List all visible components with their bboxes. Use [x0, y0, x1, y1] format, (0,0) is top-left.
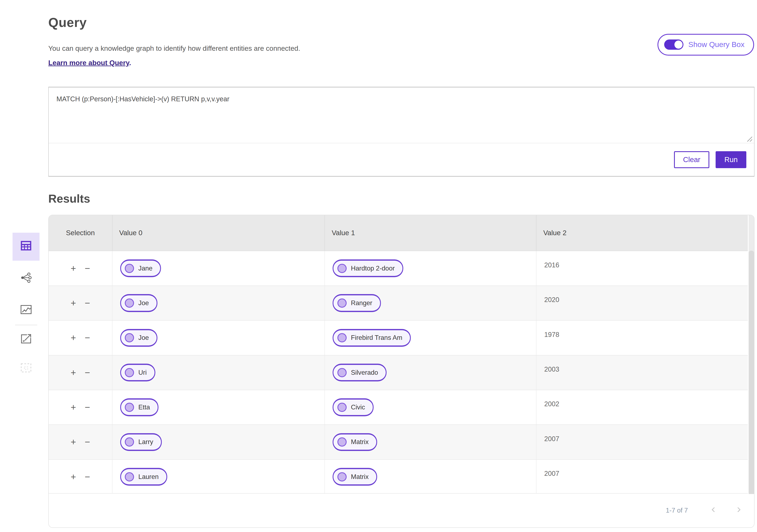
- vehicle-node-pill[interactable]: Civic: [333, 398, 374, 416]
- node-circle-icon: [337, 298, 347, 308]
- column-header-value1: Value 1: [324, 215, 536, 251]
- value0-cell: Uri: [112, 355, 325, 390]
- pagination-next-button[interactable]: [735, 506, 742, 515]
- value0-cell: Jane: [112, 251, 325, 285]
- year-cell: 2002: [536, 390, 754, 424]
- vehicle-node-label: Matrix: [351, 438, 369, 446]
- person-node-label: Joe: [138, 299, 149, 307]
- table-results-icon: [20, 240, 32, 253]
- remove-from-graph-button[interactable]: −: [84, 437, 91, 447]
- results-table-body: + − Jane Hardtop 2-door 2016 + − Joe: [49, 251, 754, 494]
- results-title: Results: [48, 191, 754, 206]
- add-to-graph-button[interactable]: +: [70, 437, 77, 447]
- vehicle-node-pill[interactable]: Silverado: [333, 364, 386, 381]
- node-circle-icon: [125, 368, 134, 377]
- selection-cell: + −: [49, 321, 112, 355]
- person-node-label: Uri: [138, 369, 147, 377]
- vehicle-node-pill[interactable]: Firebird Trans Am: [333, 329, 411, 347]
- rail-item-export-graph[interactable]: [13, 329, 40, 350]
- node-circle-icon: [337, 403, 347, 412]
- vehicle-node-label: Hardtop 2-door: [351, 265, 395, 272]
- run-button[interactable]: Run: [715, 151, 746, 168]
- add-to-graph-button[interactable]: +: [70, 264, 77, 273]
- vehicle-node-pill[interactable]: Matrix: [333, 468, 377, 486]
- remove-from-graph-button[interactable]: −: [84, 298, 91, 308]
- vehicle-node-pill[interactable]: Hardtop 2-door: [333, 260, 403, 277]
- graph-network-icon: [20, 272, 32, 285]
- value0-cell: Joe: [112, 321, 325, 355]
- table-row: + − Joe Ranger 2020: [49, 286, 754, 320]
- rail-item-graph-view[interactable]: [13, 268, 40, 289]
- show-query-box-toggle[interactable]: Show Query Box: [657, 34, 754, 56]
- person-node-pill[interactable]: Joe: [120, 294, 157, 312]
- table-row: + − Etta Civic 2002: [49, 390, 754, 424]
- add-to-graph-button[interactable]: +: [70, 368, 77, 377]
- person-node-pill[interactable]: Jane: [120, 260, 161, 277]
- learn-more-link[interactable]: Learn more about Query: [48, 59, 129, 67]
- selection-cell: + −: [49, 286, 112, 320]
- query-input[interactable]: MATCH (p:Person)-[:HasVehicle]->(v) RETU…: [49, 87, 754, 143]
- person-node-pill[interactable]: Joe: [120, 329, 157, 347]
- value0-cell: Etta: [112, 390, 325, 424]
- table-row: + − Joe Firebird Trans Am 1978: [49, 320, 754, 355]
- person-node-pill[interactable]: Etta: [120, 398, 159, 416]
- value1-cell: Ranger: [324, 286, 536, 320]
- node-circle-icon: [337, 472, 347, 482]
- results-table-header: Selection Value 0 Value 1 Value 2: [49, 215, 754, 251]
- person-node-label: Etta: [138, 404, 150, 411]
- remove-from-graph-button[interactable]: −: [84, 403, 91, 412]
- chevron-left-icon: [710, 506, 717, 515]
- remove-from-graph-button[interactable]: −: [84, 368, 91, 377]
- person-node-pill[interactable]: Lauren: [120, 468, 167, 486]
- pagination-prev-button[interactable]: [710, 506, 717, 515]
- node-circle-icon: [337, 437, 347, 447]
- selection-cell: + −: [49, 425, 112, 459]
- table-row: + − Larry Matrix 2007: [49, 424, 754, 459]
- results-table-footer: 1-7 of 7: [49, 493, 754, 527]
- add-to-graph-button[interactable]: +: [70, 333, 77, 342]
- remove-from-graph-button[interactable]: −: [84, 264, 91, 273]
- toggle-switch-icon[interactable]: [664, 40, 683, 50]
- vehicle-node-pill[interactable]: Ranger: [333, 294, 381, 312]
- table-row: + − Jane Hardtop 2-door 2016: [49, 251, 754, 285]
- table-scrollbar-track: [748, 215, 754, 494]
- value1-cell: Silverado: [324, 355, 536, 390]
- main-content: Query You can query a knowledge graph to…: [48, 0, 754, 528]
- value1-cell: Matrix: [324, 460, 536, 494]
- person-node-label: Larry: [138, 438, 153, 446]
- value0-cell: Lauren: [112, 460, 325, 494]
- person-node-label: Jane: [138, 265, 153, 272]
- remove-from-graph-button[interactable]: −: [84, 333, 91, 342]
- remove-from-graph-button[interactable]: −: [84, 472, 91, 482]
- node-circle-icon: [125, 472, 134, 482]
- table-scrollbar-thumb[interactable]: [749, 251, 754, 494]
- vehicle-node-label: Civic: [351, 404, 365, 411]
- selection-cell: + −: [49, 251, 112, 285]
- value1-cell: Civic: [324, 390, 536, 424]
- person-node-pill[interactable]: Uri: [120, 364, 155, 381]
- page-description: You can query a knowledge graph to ident…: [48, 43, 754, 54]
- rail-item-route-view[interactable]: [13, 300, 40, 321]
- add-to-graph-button[interactable]: +: [70, 472, 77, 482]
- clear-button[interactable]: Clear: [674, 151, 709, 168]
- year-cell: 2003: [536, 355, 754, 390]
- resize-grip-icon[interactable]: [746, 135, 753, 141]
- year-cell: 1978: [536, 321, 754, 355]
- pagination-range: 1-7 of 7: [666, 507, 688, 514]
- query-page: Query You can query a knowledge graph to…: [0, 0, 757, 532]
- vehicle-node-pill[interactable]: Matrix: [333, 433, 377, 451]
- year-cell: 2020: [536, 286, 754, 320]
- rail-item-table-view[interactable]: [13, 233, 40, 261]
- table-row: + − Lauren Matrix 2007: [49, 459, 754, 494]
- add-to-graph-button[interactable]: +: [70, 403, 77, 412]
- add-to-graph-button[interactable]: +: [70, 298, 77, 308]
- page-title: Query: [48, 14, 754, 31]
- selection-cell: + −: [49, 355, 112, 390]
- rail-item-empty-selection: [13, 358, 40, 379]
- person-node-label: Joe: [138, 334, 149, 342]
- results-table: Selection Value 0 Value 1 Value 2 + − Ja…: [48, 215, 754, 528]
- vehicle-node-label: Silverado: [351, 369, 378, 377]
- person-node-pill[interactable]: Larry: [120, 433, 162, 451]
- table-row: + − Uri Silverado 2003: [49, 355, 754, 390]
- value0-cell: Larry: [112, 425, 325, 459]
